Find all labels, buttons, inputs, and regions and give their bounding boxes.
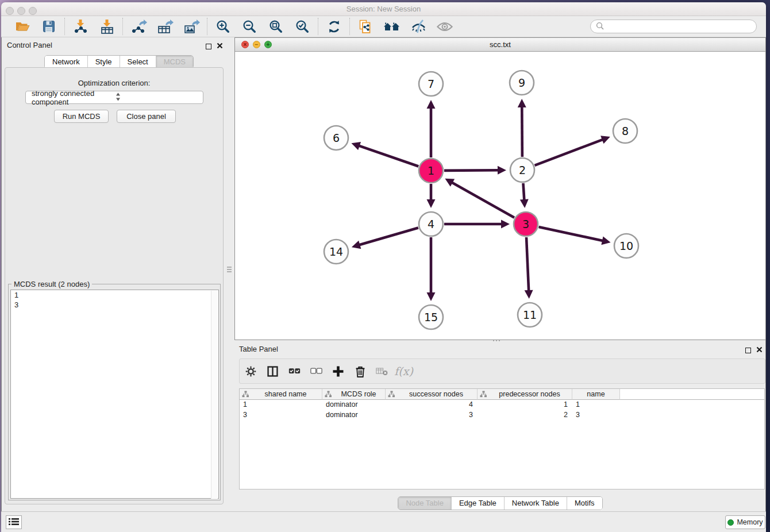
table-cell[interactable]: 3	[386, 410, 478, 421]
table-panel-tabs: Node TableEdge TableNetwork TableMotifs	[398, 496, 602, 510]
table-cell[interactable]: dominator	[322, 400, 386, 410]
deselect-all-rows-icon[interactable]	[310, 364, 322, 379]
tab-edge-table[interactable]: Edge Table	[451, 497, 504, 510]
minimize-view-button[interactable]: −	[253, 41, 260, 48]
zoom-view-button[interactable]: +	[264, 41, 272, 48]
table-cell[interactable]: 4	[386, 400, 478, 410]
mcds-result-group: MCDS result (2 nodes) 13	[8, 284, 221, 500]
split-panel-icon[interactable]	[267, 364, 279, 379]
table-panel-tabs-wrap: Node TableEdge TableNetwork TableMotifs	[234, 496, 766, 510]
zoom-window-button[interactable]	[29, 7, 37, 15]
network-canvas[interactable]: 7968124314101511	[235, 52, 765, 340]
toolbar-group	[207, 18, 318, 35]
toolbar-group	[7, 18, 64, 35]
main-titlebar: Session: New Session	[1, 2, 766, 16]
table-cell[interactable]: 1	[572, 400, 620, 410]
mcds-result-list[interactable]: 13	[10, 290, 219, 499]
column-header-shared-name[interactable]: shared name	[240, 389, 322, 400]
network-snapshot-icon[interactable]	[357, 18, 374, 35]
task-history-button[interactable]	[6, 515, 22, 529]
float-panel-icon[interactable]	[206, 44, 211, 49]
houses-icon[interactable]	[383, 18, 401, 35]
zoom-in-icon[interactable]	[214, 18, 232, 35]
export-image-icon[interactable]	[183, 18, 200, 35]
edge-2-8[interactable]	[535, 140, 603, 165]
import-table-icon[interactable]	[98, 18, 116, 35]
network-window-titlebar[interactable]: × − + scc.txt	[235, 38, 765, 52]
search-box[interactable]	[590, 20, 757, 33]
tab-motifs[interactable]: Motifs	[567, 497, 602, 510]
table-cell[interactable]: 3	[572, 410, 620, 421]
edge-3-10[interactable]	[538, 227, 603, 241]
table-panel-header-buttons	[745, 346, 763, 354]
memory-button[interactable]: Memory	[725, 515, 765, 529]
folder-open-icon[interactable]	[14, 18, 31, 35]
edge-arrowhead	[427, 100, 436, 109]
network-view-title: scc.txt	[235, 38, 765, 51]
column-settings-icon[interactable]	[245, 364, 257, 379]
edge-2-3[interactable]	[523, 183, 524, 201]
export-table-icon[interactable]	[156, 18, 174, 35]
edge-2-9[interactable]	[522, 106, 522, 157]
table-cell[interactable]: 2	[478, 410, 572, 421]
table-cell[interactable]: dominator	[322, 410, 386, 421]
edge-arrowhead	[498, 166, 506, 175]
select-all-rows-icon[interactable]	[288, 364, 301, 379]
table-header-row: shared nameMCDS rolesuccessor nodesprede…	[240, 389, 764, 400]
close-panel-icon[interactable]	[756, 346, 763, 354]
tab-network-table[interactable]: Network Table	[504, 497, 567, 510]
function-builder-icon: f(x)	[398, 364, 410, 379]
zoom-out-icon[interactable]	[241, 18, 258, 35]
column-header-MCDS-role[interactable]: MCDS role	[322, 389, 386, 400]
refresh-icon[interactable]	[325, 18, 342, 35]
vertical-splitter-handle[interactable]	[227, 265, 232, 273]
table-cell[interactable]: 1	[478, 400, 572, 410]
tab-network[interactable]: Network	[45, 56, 87, 68]
float-panel-icon[interactable]	[745, 348, 751, 353]
close-panel-icon[interactable]	[217, 42, 223, 51]
eye-slash-icon[interactable]	[410, 18, 427, 35]
close-panel-button[interactable]: Close panel	[117, 110, 176, 123]
graph-node-label: 2	[519, 164, 526, 176]
zoom-fit-icon[interactable]	[267, 18, 284, 35]
column-header-successor-nodes[interactable]: successor nodes	[386, 389, 478, 400]
edge-arrowhead	[525, 290, 533, 299]
add-row-icon[interactable]	[332, 364, 344, 379]
table-row[interactable]: 3dominator323	[240, 410, 764, 421]
delete-column-icon	[376, 364, 388, 379]
floppy-save-icon[interactable]	[40, 18, 57, 35]
run-mcds-button[interactable]: Run MCDS	[54, 110, 109, 123]
edge-4-14[interactable]	[359, 228, 418, 245]
edge-arrowhead	[351, 142, 361, 150]
status-bar	[1, 511, 766, 532]
search-input[interactable]	[607, 22, 751, 31]
export-network-icon[interactable]	[130, 18, 147, 35]
main-toolbar	[1, 16, 766, 37]
column-header-name[interactable]: name	[572, 389, 620, 400]
column-header-predecessor-nodes[interactable]: predecessor nodes	[478, 389, 572, 400]
tab-node-table[interactable]: Node Table	[398, 497, 451, 510]
control-panel-title: Control Panel	[7, 41, 52, 49]
tab-mcds[interactable]: MCDS	[156, 56, 193, 68]
tab-style[interactable]: Style	[87, 56, 120, 68]
import-network-icon[interactable]	[72, 18, 89, 35]
graph-node-label: 6	[333, 132, 340, 144]
minimize-window-button[interactable]	[17, 7, 25, 15]
tab-select[interactable]: Select	[120, 56, 156, 68]
graph-node-label: 7	[428, 78, 434, 90]
table-cell[interactable]: 3	[240, 410, 322, 421]
edge-1-2[interactable]	[444, 170, 499, 171]
close-window-button[interactable]	[6, 7, 14, 15]
edge-3-1[interactable]	[452, 182, 514, 218]
zoom-selected-icon[interactable]	[294, 18, 311, 35]
edge-1-6[interactable]	[359, 145, 419, 166]
toolbar-group	[65, 18, 122, 35]
close-view-button[interactable]: ×	[241, 41, 249, 48]
criterion-dropdown[interactable]: strongly connected component	[25, 91, 203, 104]
table-row[interactable]: 1dominator411	[240, 400, 764, 410]
result-line: 3	[11, 300, 218, 310]
delete-row-icon[interactable]	[354, 364, 366, 379]
result-scrollbar[interactable]	[211, 291, 218, 499]
edge-3-11[interactable]	[526, 237, 529, 291]
table-cell[interactable]: 1	[240, 400, 322, 410]
